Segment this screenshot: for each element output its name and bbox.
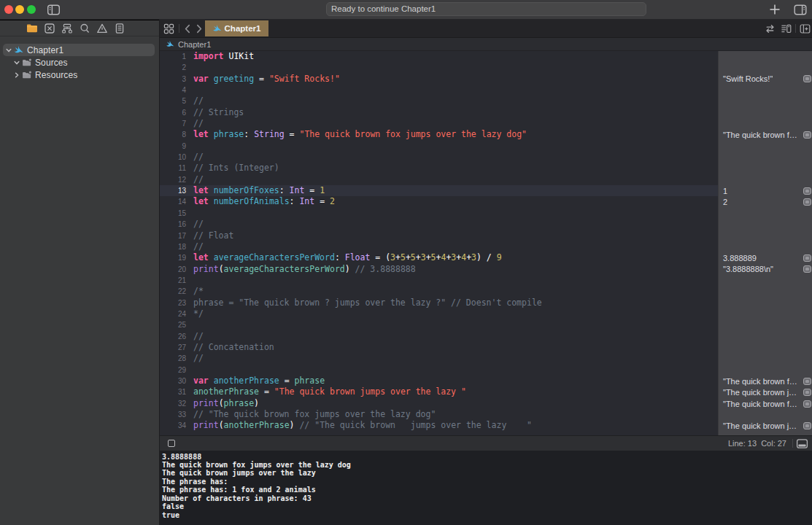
line-number: 26 (160, 331, 186, 342)
tree-item-sources[interactable]: Sources (0, 56, 159, 69)
show-result-button[interactable] (803, 422, 811, 429)
library-add-icon[interactable] (767, 2, 782, 17)
code-line-4[interactable]: 4 (160, 85, 718, 96)
code-line-14[interactable]: 14let numberOfAnimals: Int = 2 (160, 196, 718, 207)
code-line-1[interactable]: 1import UIKit (160, 51, 718, 62)
project-navigator-folder-icon[interactable] (26, 22, 39, 35)
code-line-29[interactable]: 29 (160, 365, 718, 376)
code-line-13[interactable]: 13let numberOfFoxes: Int = 1 (160, 185, 718, 196)
minimize-window-button[interactable] (15, 5, 24, 14)
code-line-12[interactable]: 12// (160, 174, 718, 185)
tree-item-label: Chapter1 (27, 45, 63, 55)
code-line-25[interactable]: 25 (160, 319, 718, 330)
chevron-down-icon[interactable] (5, 47, 12, 54)
tabbar-separator-right (795, 24, 796, 33)
line-number: 17 (160, 230, 186, 241)
code-text: // Strings (193, 107, 244, 118)
show-result-button[interactable] (803, 378, 811, 385)
code-line-11[interactable]: 11// Ints (Integer) (160, 163, 718, 174)
tab-chapter1[interactable]: Chapter1 (205, 20, 268, 36)
code-line-33[interactable]: 33// "The quick brown fox jumps over the… (160, 409, 718, 420)
go-forward-icon[interactable] (193, 23, 205, 35)
zoom-window-button[interactable] (27, 5, 36, 14)
show-result-button[interactable] (803, 187, 811, 195)
code-line-31[interactable]: 31anotherPhrase = "The quick brown jumps… (160, 386, 718, 397)
code-text: print(anotherPhrase) // "The quick brown… (193, 420, 532, 431)
code-line-3[interactable]: 3var greeting = "Swift Rocks!" (160, 74, 718, 85)
result-value: "The quick brown j… (723, 388, 797, 397)
code-text: // (193, 152, 204, 163)
show-result-button[interactable] (803, 254, 811, 262)
code-text: print(averageCharactersPerWord) // 3.888… (193, 264, 416, 275)
show-result-button[interactable] (803, 131, 811, 139)
result-value: "The quick brown f… (723, 400, 797, 408)
code-line-22[interactable]: 22/* (160, 286, 718, 297)
code-line-2[interactable]: 2 (160, 62, 718, 73)
activity-status: Ready to continue Chapter1 (326, 2, 646, 16)
line-number: 6 (160, 107, 186, 118)
code-line-28[interactable]: 28// (160, 353, 718, 364)
line-number: 12 (160, 174, 186, 185)
chevron-right-icon[interactable] (13, 71, 20, 79)
code-line-16[interactable]: 16// (160, 219, 718, 230)
line-number: 3 (160, 74, 186, 85)
editor-options-icon[interactable] (780, 23, 792, 35)
close-window-button[interactable] (4, 5, 13, 14)
result-row-line-13: 1 (719, 185, 812, 196)
code-line-9[interactable]: 9 (160, 141, 718, 152)
result-row-line-19: 3.888889 (719, 252, 812, 263)
code-line-27[interactable]: 27// Concatenation (160, 342, 718, 353)
toggle-console-icon[interactable] (796, 439, 808, 448)
code-line-5[interactable]: 5// (160, 96, 718, 106)
show-result-button[interactable] (803, 265, 811, 273)
code-line-15[interactable]: 15 (160, 208, 718, 219)
result-value: 3.888889 (723, 254, 757, 262)
code-line-8[interactable]: 8let phrase: String = "The quick brown f… (160, 129, 718, 140)
playground-control-bar: Line: 13 Col: 27 (160, 435, 812, 451)
issues-icon[interactable] (96, 22, 109, 35)
code-review-icon[interactable] (764, 23, 776, 35)
code-line-23[interactable]: 23phrase = "The quick brown ? jumps over… (160, 298, 718, 308)
line-number: 21 (160, 275, 186, 286)
code-line-7[interactable]: 7// (160, 118, 718, 129)
add-editor-icon[interactable] (799, 23, 811, 35)
code-line-6[interactable]: 6// Strings (160, 107, 718, 118)
code-line-20[interactable]: 20print(averageCharactersPerWord) // 3.8… (160, 264, 718, 275)
source-editor[interactable]: 1import UIKit23var greeting = "Swift Roc… (160, 51, 812, 435)
line-number: 7 (160, 118, 186, 129)
toggle-inspector-icon[interactable] (793, 4, 808, 16)
stop-button[interactable] (168, 440, 175, 447)
line-number: 18 (160, 241, 186, 252)
code-line-17[interactable]: 17// Float (160, 230, 718, 241)
code-line-18[interactable]: 18// (160, 241, 718, 252)
code-line-32[interactable]: 32print(phrase) (160, 398, 718, 409)
code-text: // Ints (Integer) (193, 163, 279, 174)
code-line-34[interactable]: 34print(anotherPhrase) // "The quick bro… (160, 420, 718, 431)
result-value: 1 (723, 187, 727, 195)
console-output[interactable]: 3.8888888The quick brown fox jumps over … (160, 451, 812, 525)
code-line-24[interactable]: 24*/ (160, 308, 718, 319)
folder-badge-icon (22, 58, 32, 67)
code-line-26[interactable]: 26// (160, 331, 718, 342)
show-result-button[interactable] (803, 198, 811, 206)
tree-item-chapter1[interactable]: Chapter1 (0, 44, 159, 56)
code-line-21[interactable]: 21 (160, 275, 718, 286)
line-number: 32 (160, 398, 186, 409)
swift-playground-icon (14, 45, 24, 55)
show-result-button[interactable] (803, 75, 811, 82)
symbol-navigator-icon[interactable] (61, 22, 74, 35)
jump-bar[interactable]: Chapter1 (160, 38, 812, 51)
code-line-30[interactable]: 30var anotherPhrase = phrase (160, 376, 718, 386)
code-text: anotherPhrase = "The quick brown jumps o… (193, 386, 466, 397)
show-result-button[interactable] (803, 389, 811, 396)
search-icon[interactable] (78, 22, 91, 35)
chevron-down-icon[interactable] (13, 59, 20, 66)
tree-item-resources[interactable]: Resources (0, 69, 159, 81)
code-line-10[interactable]: 10// (160, 152, 718, 163)
show-result-button[interactable] (803, 400, 811, 408)
changes-icon[interactable] (43, 22, 56, 35)
report-icon[interactable] (113, 22, 126, 35)
code-line-19[interactable]: 19let averageCharactersPerWord: Float = … (160, 252, 718, 263)
toggle-navigator-icon[interactable] (47, 4, 61, 16)
tab-overview-icon[interactable] (163, 23, 175, 35)
